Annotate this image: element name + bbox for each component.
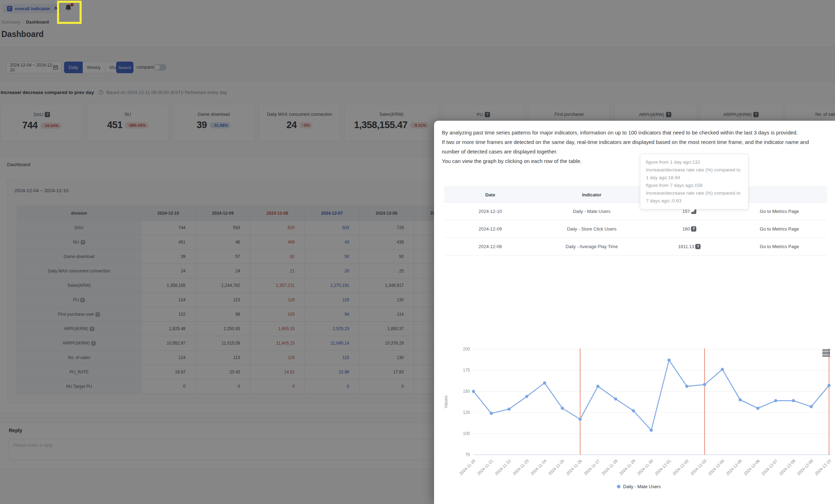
anomaly-column-header: Indicator xyxy=(536,187,647,203)
x-tick-label: 2024-12-07 xyxy=(761,459,778,476)
x-tick-label: 2024-11-20 xyxy=(459,459,476,476)
x-tick-label: 2024-12-10 xyxy=(814,459,831,476)
x-tick-label: 2024-11-28 xyxy=(601,459,618,476)
anomaly-value-cell: 1811.13? xyxy=(647,238,732,256)
chart-legend[interactable]: Daily - Mate Users xyxy=(442,484,835,489)
go-to-metrics-link[interactable]: Go to Metrics Page xyxy=(760,244,799,249)
tooltip-line-2: Increase/decrease rate rate (%) compared… xyxy=(646,166,742,182)
value-tooltip: figure from 1 day ago:132 Increase/decre… xyxy=(640,154,748,209)
tooltip-line-1: figure from 1 day ago:132 xyxy=(646,158,742,166)
y-tick-label: 125 xyxy=(463,410,470,415)
data-point[interactable] xyxy=(810,405,813,408)
data-point[interactable] xyxy=(756,407,760,410)
anomaly-indicator: Daily - Average Play Time xyxy=(536,238,647,256)
modal-description: By analyzing past time series patterns f… xyxy=(434,121,827,166)
anomaly-detection-modal: By analyzing past time series patterns f… xyxy=(434,121,835,504)
anomaly-column-header: Date xyxy=(444,187,536,203)
help-icon[interactable]: ? xyxy=(695,244,701,249)
data-point[interactable] xyxy=(561,407,564,410)
x-tick-label: 2024-12-04 xyxy=(707,459,725,477)
x-tick-label: 2024-12-03 xyxy=(690,459,707,476)
x-tick-label: 2024-12-06 xyxy=(743,459,760,476)
anomaly-value: 160? xyxy=(682,226,696,232)
data-point[interactable] xyxy=(472,390,475,393)
x-tick-label: 2024-11-23 xyxy=(512,459,529,476)
x-tick-label: 2024-11-29 xyxy=(619,459,636,476)
x-tick-label: 2024-12-05 xyxy=(725,459,743,476)
anomaly-header-row: DateIndicator xyxy=(444,187,827,203)
anomaly-value-text: 1811.13 xyxy=(678,244,694,249)
data-point[interactable] xyxy=(828,384,831,387)
anomaly-table-head: DateIndicator xyxy=(444,187,827,203)
chart-menu-icon[interactable] xyxy=(822,349,830,357)
x-tick-label: 2024-11-26 xyxy=(565,459,583,476)
indicator-line-chart[interactable]: 75100125150175200Values2024-11-202024-11… xyxy=(442,338,835,479)
y-tick-label: 150 xyxy=(463,389,470,394)
tooltip-line-3: figure from 7 days ago:158 xyxy=(646,182,742,189)
anomaly-value: 1811.13? xyxy=(678,244,701,249)
x-tick-label: 2024-12-08 xyxy=(778,459,796,476)
anomaly-row[interactable]: 2024-12-10Daily - Mate Users157?Go to Me… xyxy=(444,203,827,220)
data-point[interactable] xyxy=(614,397,617,401)
anomaly-value-cell: 160? xyxy=(647,220,732,238)
anomaly-value-text: 160 xyxy=(682,226,690,232)
anomaly-indicator: Daily - Store Click Users xyxy=(536,220,647,238)
data-point[interactable] xyxy=(685,385,689,388)
legend-marker-icon xyxy=(616,484,621,489)
x-tick-label: 2024-12-01 xyxy=(654,459,672,476)
data-point[interactable] xyxy=(703,383,706,386)
modal-paragraph-2: If two or more time frames are detected … xyxy=(442,137,811,156)
help-icon[interactable]: ? xyxy=(691,226,696,232)
x-tick-label: 2024-11-25 xyxy=(547,459,565,476)
x-tick-label: 2024-11-24 xyxy=(530,459,547,476)
data-point[interactable] xyxy=(508,408,511,411)
data-point[interactable] xyxy=(543,382,546,385)
y-tick-label: 75 xyxy=(465,452,470,457)
tooltip-line-4: Increase/decrease rate rate (%) compared… xyxy=(646,189,742,205)
x-tick-label: 2024-11-22 xyxy=(494,459,511,476)
data-point[interactable] xyxy=(596,385,599,388)
anomaly-table: DateIndicator 2024-12-10Daily - Mate Use… xyxy=(444,187,827,256)
y-tick-label: 200 xyxy=(463,347,470,352)
legend-label: Daily - Mate Users xyxy=(623,484,661,489)
modal-paragraph-3: You can view the graph by clicking on ea… xyxy=(442,156,811,166)
data-point[interactable] xyxy=(525,395,528,398)
data-point[interactable] xyxy=(490,412,493,415)
data-point[interactable] xyxy=(739,398,742,402)
anomaly-indicator: Daily - Mate Users xyxy=(536,203,647,220)
y-axis-label: Values xyxy=(444,396,448,408)
anomaly-date: 2024-12-09 xyxy=(444,220,536,238)
x-tick-label: 2024-12-09 xyxy=(796,459,814,476)
annotation-highlight-box xyxy=(57,1,82,24)
x-tick-label: 2024-12-02 xyxy=(672,459,689,476)
data-point[interactable] xyxy=(721,368,724,371)
x-tick-label: 2024-11-27 xyxy=(583,459,600,476)
anomaly-table-body: 2024-12-10Daily - Mate Users157?Go to Me… xyxy=(444,203,827,256)
data-point[interactable] xyxy=(792,399,795,402)
anomaly-row[interactable]: 2024-12-09Daily - Store Click Users160?G… xyxy=(444,220,827,238)
data-point[interactable] xyxy=(667,359,671,362)
anomaly-action-cell: Go to Metrics Page xyxy=(732,220,827,238)
data-point[interactable] xyxy=(579,418,582,421)
data-point[interactable] xyxy=(632,409,635,412)
go-to-metrics-link[interactable]: Go to Metrics Page xyxy=(760,209,799,214)
modal-paragraph-1: By analyzing past time series patterns f… xyxy=(442,128,811,137)
anomaly-action-cell: Go to Metrics Page xyxy=(732,238,827,256)
anomaly-row[interactable]: 2024-12-08Daily - Average Play Time1811.… xyxy=(444,238,827,256)
x-tick-label: 2024-11-30 xyxy=(636,459,654,476)
data-point[interactable] xyxy=(774,399,777,402)
x-tick-label: 2024-11-21 xyxy=(476,459,494,476)
go-to-metrics-link[interactable]: Go to Metrics Page xyxy=(760,226,799,232)
y-tick-label: 175 xyxy=(463,368,470,373)
y-tick-label: 100 xyxy=(463,431,470,436)
anomaly-date: 2024-12-08 xyxy=(444,238,536,256)
anomaly-date: 2024-12-10 xyxy=(444,203,536,220)
data-point[interactable] xyxy=(650,429,653,432)
